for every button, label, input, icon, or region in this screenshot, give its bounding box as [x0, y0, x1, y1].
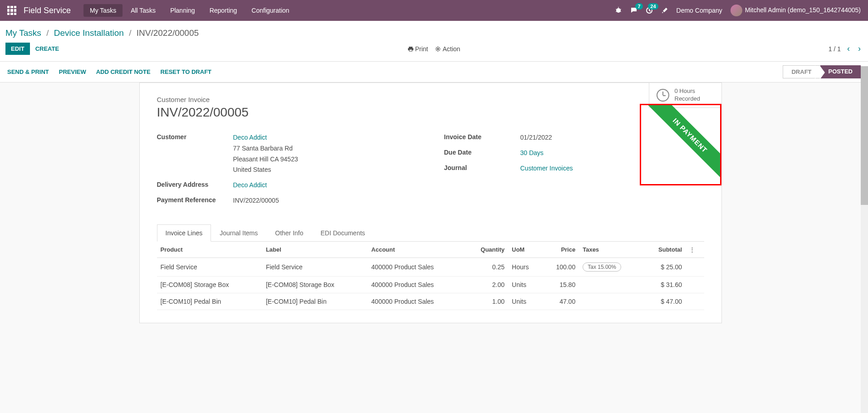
- user-menu[interactable]: Mitchell Admin (demo_150_1642744005): [731, 5, 861, 16]
- nav-planning[interactable]: Planning: [164, 4, 201, 17]
- tab-journal-items[interactable]: Journal Items: [211, 224, 266, 242]
- doc-title: INV/2022/00005: [157, 105, 704, 120]
- invoice-date-label: Invoice Date: [444, 132, 520, 141]
- tab-invoice-lines[interactable]: Invoice Lines: [157, 224, 211, 242]
- table-row[interactable]: Field ServiceField Service400000 Product…: [157, 258, 704, 276]
- invoice-lines-table: Product Label Account Quantity UoM Price…: [157, 242, 704, 310]
- addr-line1: 77 Santa Barbara Rd: [233, 145, 293, 152]
- control-row: EDIT CREATE Print Action 1 / 1 ‹ ›: [0, 38, 868, 61]
- payment-ribbon: IN PAYMENT: [642, 104, 721, 183]
- svg-line-4: [616, 11, 617, 12]
- create-button[interactable]: CREATE: [30, 43, 64, 55]
- pager-next[interactable]: ›: [856, 44, 863, 53]
- doc-type: Customer Invoice: [157, 96, 704, 103]
- clock-icon: [657, 89, 669, 102]
- customer-link[interactable]: Deco Addict: [233, 134, 267, 141]
- nav-all-tasks[interactable]: All Tasks: [124, 4, 162, 17]
- status-bar: SEND & PRINT PREVIEW ADD CREDIT NOTE RES…: [0, 61, 868, 83]
- print-button[interactable]: Print: [408, 45, 428, 53]
- breadcrumb-my-tasks[interactable]: My Tasks: [5, 28, 41, 38]
- payref-value: INV/2022/00005: [233, 195, 417, 206]
- breadcrumb-current: INV/2022/00005: [137, 28, 199, 38]
- nav-my-tasks[interactable]: My Tasks: [83, 4, 123, 17]
- nav-right: 7 24 Demo Company Mitchell Admin (demo_1…: [615, 5, 861, 16]
- delivery-link[interactable]: Deco Addict: [233, 181, 267, 189]
- col-label: Label: [262, 242, 368, 258]
- breadcrumb-row: My Tasks / Device Installation / INV/202…: [0, 21, 868, 38]
- edit-button[interactable]: EDIT: [5, 43, 30, 55]
- pager-prev[interactable]: ‹: [845, 44, 852, 53]
- col-uom: UoM: [508, 242, 542, 258]
- top-nav: Field Service My Tasks All Tasks Plannin…: [0, 0, 868, 21]
- bug-icon[interactable]: [615, 7, 622, 14]
- messages-icon[interactable]: 7: [630, 7, 638, 14]
- stat-hours: 0 Hours: [675, 87, 700, 95]
- svg-line-3: [620, 9, 621, 10]
- pager-text: 1 / 1: [829, 45, 841, 53]
- addr-line2: Pleasant Hill CA 94523: [233, 155, 298, 163]
- col-price: Price: [542, 242, 579, 258]
- activities-icon[interactable]: 24: [646, 7, 653, 14]
- send-print-button[interactable]: SEND & PRINT: [7, 68, 49, 75]
- col-options[interactable]: ⋮: [686, 242, 704, 258]
- svg-point-0: [616, 8, 621, 13]
- svg-line-2: [616, 9, 617, 10]
- scrollbar[interactable]: [861, 66, 868, 323]
- apps-icon[interactable]: [7, 6, 16, 15]
- svg-rect-7: [409, 47, 412, 48]
- due-date-link[interactable]: 30 Days: [520, 149, 544, 156]
- col-taxes: Taxes: [579, 242, 642, 258]
- col-subtotal: Subtotal: [642, 242, 686, 258]
- nav-reporting[interactable]: Reporting: [203, 4, 244, 17]
- gear-icon: [435, 46, 441, 52]
- reset-draft-button[interactable]: RESET TO DRAFT: [161, 68, 211, 75]
- user-name: Mitchell Admin (demo_150_1642744005): [745, 6, 861, 14]
- status-posted[interactable]: POSTED: [820, 65, 861, 78]
- payref-label: Payment Reference: [157, 195, 233, 204]
- breadcrumb: My Tasks / Device Installation / INV/202…: [5, 28, 199, 38]
- addr-line3: United States: [233, 166, 271, 173]
- action-button[interactable]: Action: [435, 45, 460, 53]
- tools-icon[interactable]: [661, 7, 668, 14]
- svg-point-10: [437, 48, 439, 50]
- customer-label: Customer: [157, 132, 233, 141]
- delivery-label: Delivery Address: [157, 180, 233, 188]
- nav-configuration[interactable]: Configuration: [245, 4, 295, 17]
- tab-other-info[interactable]: Other Info: [266, 224, 312, 242]
- svg-rect-9: [409, 49, 412, 51]
- table-row[interactable]: [E-COM08] Storage Box[E-COM08] Storage B…: [157, 276, 704, 293]
- activities-badge: 24: [648, 3, 658, 10]
- tab-edi-documents[interactable]: EDI Documents: [312, 224, 374, 242]
- tabs: Invoice Lines Journal Items Other Info E…: [157, 224, 704, 242]
- table-row[interactable]: [E-COM10] Pedal Bin[E-COM10] Pedal Bin40…: [157, 293, 704, 310]
- preview-button[interactable]: PREVIEW: [59, 68, 86, 75]
- breadcrumb-device-installation[interactable]: Device Installation: [54, 28, 124, 38]
- print-icon: [408, 46, 413, 52]
- col-product: Product: [157, 242, 262, 258]
- pager: 1 / 1 ‹ ›: [829, 44, 863, 53]
- col-account: Account: [368, 242, 465, 258]
- due-date-label: Due Date: [444, 148, 520, 156]
- tax-pill: Tax 15.00%: [583, 262, 621, 272]
- company-selector[interactable]: Demo Company: [677, 7, 722, 14]
- stat-recorded: Recorded: [675, 95, 700, 103]
- journal-label: Journal: [444, 163, 520, 171]
- nav-links: My Tasks All Tasks Planning Reporting Co…: [83, 4, 296, 17]
- add-credit-note-button[interactable]: ADD CREDIT NOTE: [96, 68, 151, 75]
- svg-line-5: [620, 11, 621, 12]
- journal-link[interactable]: Customer Invoices: [520, 165, 573, 172]
- col-qty: Quantity: [465, 242, 508, 258]
- scrollbar-thumb[interactable]: [861, 66, 868, 205]
- avatar: [731, 5, 742, 16]
- highlight-box: IN PAYMENT: [640, 104, 721, 185]
- messages-badge: 7: [635, 3, 642, 10]
- form-sheet: 0 HoursRecorded IN PAYMENT Customer Invo…: [139, 83, 722, 323]
- app-brand[interactable]: Field Service: [24, 6, 71, 15]
